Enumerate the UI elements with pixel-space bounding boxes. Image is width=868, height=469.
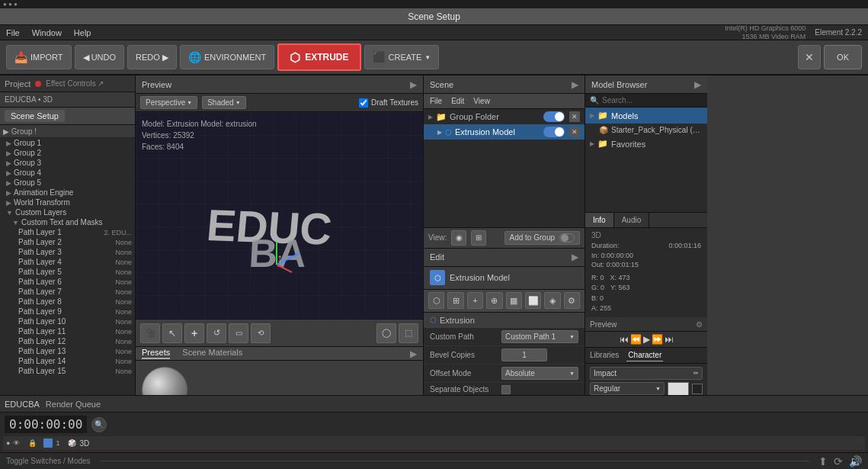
layer-path8[interactable]: Path Layer 8None [0, 297, 135, 307]
scene-file-menu[interactable]: File [430, 97, 442, 105]
font-family-dropdown[interactable]: Impact ✏ [590, 367, 703, 380]
frame-btn[interactable]: ▭ [229, 323, 248, 343]
transform-btn[interactable]: ⟲ [251, 323, 271, 343]
layer-path2[interactable]: Path Layer 2None [0, 237, 135, 247]
layer-path9[interactable]: Path Layer 9None [0, 307, 135, 316]
layer-path13[interactable]: Path Layer 13None [0, 346, 135, 356]
scene-edit-menu[interactable]: Edit [451, 97, 464, 105]
group-folder-toggle[interactable] [543, 111, 565, 122]
edit-tool2[interactable]: ⊞ [447, 292, 463, 309]
edit-tool7[interactable]: ◈ [544, 292, 560, 309]
layer-path12[interactable]: Path Layer 12None [0, 336, 135, 346]
add-to-group-btn[interactable]: Add to Group [504, 231, 580, 245]
circle-btn[interactable]: ◯ [376, 323, 396, 343]
video-camera-btn[interactable]: 🎥 [140, 323, 160, 343]
playback-start-btn[interactable]: ⏮ [620, 334, 629, 345]
layer-group1[interactable]: ▶Group 1 [0, 138, 135, 148]
starter-pack-item[interactable]: 📦 Starter_Pack_Physical (4... [585, 124, 707, 137]
expand-btn[interactable]: ⬚ [399, 323, 418, 343]
scene-materials-tab[interactable]: Scene Materials [182, 348, 242, 359]
presets-expand-icon[interactable]: ▶ [410, 349, 417, 359]
menu-window[interactable]: Window [32, 28, 62, 37]
scene-expand-icon[interactable]: ▶ [572, 79, 578, 90]
extrude-button[interactable]: ⬡ EXTRUDE [277, 43, 360, 71]
layer-path14[interactable]: Path Layer 14None [0, 356, 135, 366]
layer-world-transform[interactable]: ▶World Transform [0, 198, 135, 207]
environment-button[interactable]: 🌐 ENVIRONMENT [180, 45, 274, 69]
extrusion-toggle[interactable] [543, 127, 565, 137]
layer-path1[interactable]: Path Layer 12. EDU... [0, 227, 135, 237]
layer-path4[interactable]: Path Layer 4None [0, 257, 135, 267]
timeline-audio-btn[interactable]: 🔊 [849, 455, 862, 467]
select-tool-btn[interactable]: ↖ [162, 323, 182, 343]
scene-view-menu[interactable]: View [473, 97, 490, 105]
character-tab[interactable]: Character [626, 349, 663, 361]
edit-tool3[interactable]: + [467, 292, 483, 309]
color-swatch-white[interactable] [668, 382, 689, 396]
layer-group3[interactable]: ▶Group 3 [0, 158, 135, 168]
extrusion-model-tree-item[interactable]: ▶ ⬡ Extrusion Model ✕ [424, 124, 585, 140]
close-button[interactable]: ✕ [798, 45, 821, 69]
offset-mode-dropdown[interactable]: Absolute ▼ [501, 367, 578, 380]
layer-path3[interactable]: Path Layer 3None [0, 247, 135, 257]
menu-file[interactable]: File [6, 28, 20, 37]
group-folder-item[interactable]: ▶ 📁 Group Folder ✕ [424, 109, 585, 124]
scene-setup-tab[interactable]: Scene Setup [5, 110, 65, 122]
draft-textures-checkbox[interactable] [359, 98, 368, 108]
layer-custom-layers[interactable]: ▼Custom Layers [0, 207, 135, 217]
bevel-copies-input[interactable] [501, 349, 547, 361]
libraries-tab[interactable]: Libraries [588, 349, 620, 361]
edit-expand-icon[interactable]: ▶ [572, 252, 578, 262]
info-tab[interactable]: Info [585, 213, 614, 227]
layer-custom-text[interactable]: ▼Custom Text and Masks [0, 217, 135, 227]
view-icon-btn1[interactable]: ◉ [451, 230, 466, 246]
render-queue-label[interactable]: Render Queue [46, 400, 101, 409]
menu-help[interactable]: Help [74, 28, 91, 37]
playback-play-btn[interactable]: ▶ [643, 334, 650, 345]
layer-group2[interactable]: ▶Group 2 [0, 148, 135, 158]
create-button[interactable]: ⬛ CREATE ▼ [364, 45, 440, 69]
audio-tab[interactable]: Audio [614, 213, 650, 227]
shaded-dropdown[interactable]: Shaded ▼ [202, 96, 245, 109]
edit-settings-btn[interactable]: ⚙ [564, 292, 580, 309]
import-button[interactable]: 📥 IMPORT [6, 45, 72, 69]
presets-tab[interactable]: Presets [142, 348, 170, 359]
playback-end-btn[interactable]: ⏭ [665, 334, 674, 345]
custom-path-dropdown[interactable]: Custom Path 1 ▼ [501, 330, 578, 343]
extrusion-x-btn[interactable]: ✕ [569, 127, 580, 137]
preview-viewport[interactable]: Model: Extrusion Model: extrusion Vertic… [136, 112, 423, 319]
layer-path15[interactable]: Path Layer 15None [0, 366, 135, 376]
models-item[interactable]: ▶ 📁 Models [585, 108, 707, 124]
edit-tool5[interactable]: ▦ [506, 292, 522, 309]
expand-timeline-up-btn[interactable]: ⬆ [818, 455, 828, 467]
layer-path11[interactable]: Path Layer 11None [0, 326, 135, 336]
layer-group4[interactable]: ▶Group 4 [0, 168, 135, 178]
model-browser-expand-icon[interactable]: ▶ [694, 79, 701, 90]
add-to-group-toggle[interactable] [559, 233, 575, 243]
playback-settings-icon[interactable]: ⚙ [696, 320, 703, 329]
search-time-btn[interactable]: 🔍 [91, 417, 107, 432]
layer-path6[interactable]: Path Layer 6None [0, 277, 135, 287]
edit-tool1[interactable]: ⬡ [428, 292, 444, 309]
model-search-input[interactable] [602, 96, 703, 104]
layer-group5[interactable]: ▶Group 5 [0, 178, 135, 188]
edit-tool4[interactable]: ⊕ [486, 292, 502, 309]
perspective-dropdown[interactable]: Perspective ▼ [140, 96, 197, 109]
view-icon-btn2[interactable]: ⊞ [471, 230, 486, 246]
preview-expand-icon[interactable]: ▶ [410, 79, 417, 90]
redo-button[interactable]: REDO ▶ [127, 45, 177, 69]
ok-button[interactable]: OK [824, 45, 862, 69]
edit-tool6[interactable]: ⬜ [525, 292, 541, 309]
layer-path5[interactable]: Path Layer 5None [0, 267, 135, 277]
refresh-btn[interactable]: ↺ [207, 323, 226, 343]
layer-path7[interactable]: Path Layer 7None [0, 287, 135, 297]
group-folder-x-btn[interactable]: ✕ [569, 111, 580, 122]
add-btn[interactable]: + [184, 323, 204, 343]
font-style-dropdown[interactable]: Regular ▼ [590, 382, 665, 395]
timeline-sync-btn[interactable]: ⟳ [834, 455, 843, 467]
playback-prev-btn[interactable]: ⏪ [630, 334, 642, 345]
favorites-item[interactable]: ▶ 📁 Favorites [585, 137, 707, 151]
layer-animation-engine[interactable]: ▶Animation Engine [0, 188, 135, 198]
timeline-layer-1[interactable]: ● 👁 🔒 1 🎲 3D [3, 436, 865, 450]
separate-objects-checkbox[interactable] [501, 385, 511, 394]
